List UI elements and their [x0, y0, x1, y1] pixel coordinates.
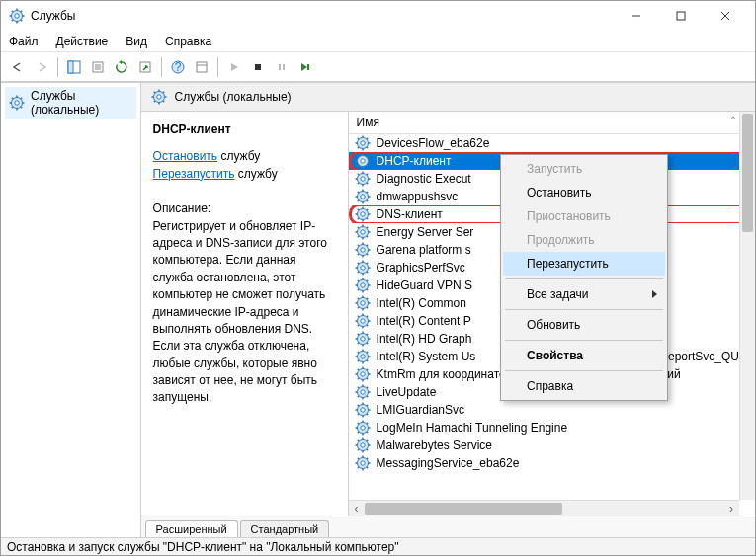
service-name: Intel(R) System Us: [377, 350, 476, 363]
gear-icon: [355, 313, 371, 329]
gear-icon: [355, 420, 371, 436]
start-service-button[interactable]: [223, 56, 245, 78]
gear-icon: [355, 278, 371, 293]
ctx-properties[interactable]: Свойства: [503, 344, 665, 367]
selected-service-name: DHCP-клиент: [153, 121, 338, 138]
gear-icon: [355, 224, 371, 240]
back-button[interactable]: [7, 56, 29, 78]
pane-header: Службы (локальные): [141, 83, 755, 112]
service-name: Diagnostic Execut: [377, 172, 471, 186]
gear-icon: [355, 331, 371, 347]
left-tree: Службы (локальные): [1, 83, 141, 537]
gear-icon: [355, 260, 371, 276]
titlebar: Службы: [1, 1, 755, 31]
service-name: LiveUpdate: [377, 385, 437, 399]
close-button[interactable]: [703, 2, 747, 30]
gear-icon: [9, 95, 25, 111]
service-name: MessagingService_eba62e: [377, 456, 520, 470]
svg-rect-28: [307, 64, 309, 70]
menu-file[interactable]: Файл: [9, 35, 39, 48]
gear-icon: [355, 153, 371, 169]
service-name: HideGuard VPN S: [377, 278, 472, 292]
description-text: Регистрирует и обновляет IP-адреса и DNS…: [153, 218, 338, 407]
stop-link[interactable]: Остановить: [153, 149, 218, 163]
service-name: Intel(R) Content P: [377, 314, 471, 328]
minimize-button[interactable]: [614, 2, 658, 30]
service-name: DNS-клиент: [377, 207, 443, 221]
gear-icon: [355, 189, 371, 204]
service-row[interactable]: DevicesFlow_eba62e: [349, 134, 755, 152]
column-header-name[interactable]: Имя ˆ: [349, 112, 755, 134]
service-name: LogMeIn Hamachi Tunneling Engine: [377, 421, 567, 435]
tab-extended[interactable]: Расширенный: [145, 520, 238, 537]
ctx-stop[interactable]: Остановить: [503, 181, 665, 204]
ctx-pause: Приостановить: [503, 204, 665, 228]
stop-service-button[interactable]: [247, 56, 269, 78]
service-name: Intel(R) Common: [377, 296, 466, 310]
service-name: Energy Server Ser: [377, 225, 474, 239]
forward-button[interactable]: [31, 56, 52, 78]
svg-text:?: ?: [175, 60, 182, 74]
service-name: dmwappushsvc: [377, 190, 459, 203]
service-name: Garena platform s: [377, 243, 471, 257]
menu-action[interactable]: Действие: [56, 35, 109, 48]
ctx-all-tasks[interactable]: Все задачи: [503, 282, 665, 306]
view-tabs: Расширенный Стандартный: [141, 516, 755, 537]
ctx-refresh[interactable]: Обновить: [503, 313, 665, 337]
svg-rect-27: [283, 64, 285, 70]
svg-rect-26: [279, 64, 281, 70]
gear-icon: [355, 242, 371, 258]
properties-button[interactable]: [191, 56, 212, 78]
gear-icon: [355, 171, 371, 187]
svg-rect-23: [197, 62, 207, 72]
restart-link[interactable]: Перезапустить: [153, 167, 235, 181]
export-button[interactable]: [87, 56, 109, 78]
tree-item-services-local[interactable]: Службы (локальные): [5, 87, 136, 119]
statusbar: Остановка и запуск службы "DHCP-клиент" …: [1, 537, 755, 555]
status-text: Остановка и запуск службы "DHCP-клиент" …: [7, 540, 399, 554]
help-button[interactable]: ?: [167, 56, 189, 78]
service-name: DevicesFlow_eba62e: [377, 136, 490, 150]
gear-icon: [355, 206, 371, 222]
service-row[interactable]: MessagingService_eba62e: [349, 454, 755, 472]
vertical-scrollbar[interactable]: [739, 112, 755, 500]
service-name: DHCP-клиент: [377, 154, 452, 168]
menu-view[interactable]: Вид: [126, 35, 147, 48]
pause-service-button[interactable]: [271, 56, 293, 78]
svg-rect-15: [68, 61, 73, 73]
pane-title: Службы (локальные): [175, 90, 292, 104]
maximize-button[interactable]: [658, 2, 703, 30]
service-row[interactable]: Malwarebytes Service: [349, 437, 755, 454]
export-list-button[interactable]: [134, 56, 156, 78]
menubar: Файл Действие Вид Справка: [1, 31, 755, 52]
refresh-button[interactable]: [111, 56, 132, 78]
restart-service-button[interactable]: [294, 56, 316, 78]
gear-icon: [151, 89, 167, 105]
scroll-left-icon[interactable]: ‹: [349, 501, 365, 516]
gear-icon: [355, 384, 371, 400]
service-row[interactable]: LogMeIn Hamachi Tunneling Engine: [349, 419, 755, 437]
description-label: Описание:: [153, 200, 338, 217]
tab-standard[interactable]: Стандартный: [240, 520, 330, 537]
tree-item-label: Службы (локальные): [31, 89, 132, 117]
ctx-restart[interactable]: Перезапустить: [503, 252, 665, 276]
sort-icon: ˆ: [731, 116, 735, 129]
gear-icon: [355, 349, 371, 364]
svg-rect-11: [677, 12, 685, 20]
context-menu: Запустить Остановить Приостановить Продо…: [500, 154, 668, 401]
scroll-right-icon[interactable]: ›: [723, 501, 739, 516]
stop-suffix: службу: [217, 149, 260, 163]
ctx-help[interactable]: Справка: [503, 374, 665, 398]
show-hide-tree-button[interactable]: [63, 56, 85, 78]
horizontal-scrollbar[interactable]: ‹ ›: [349, 500, 739, 516]
svg-rect-25: [255, 64, 261, 70]
gear-icon: [355, 402, 371, 418]
toolbar: ?: [1, 52, 755, 82]
window-title: Службы: [31, 9, 614, 23]
menu-help[interactable]: Справка: [165, 35, 211, 48]
app-icon: [9, 8, 25, 24]
service-name: Intel(R) HD Graph: [377, 332, 472, 346]
service-name: GraphicsPerfSvc: [377, 261, 465, 275]
service-row[interactable]: LMIGuardianSvc: [349, 401, 755, 419]
gear-icon: [355, 437, 371, 453]
